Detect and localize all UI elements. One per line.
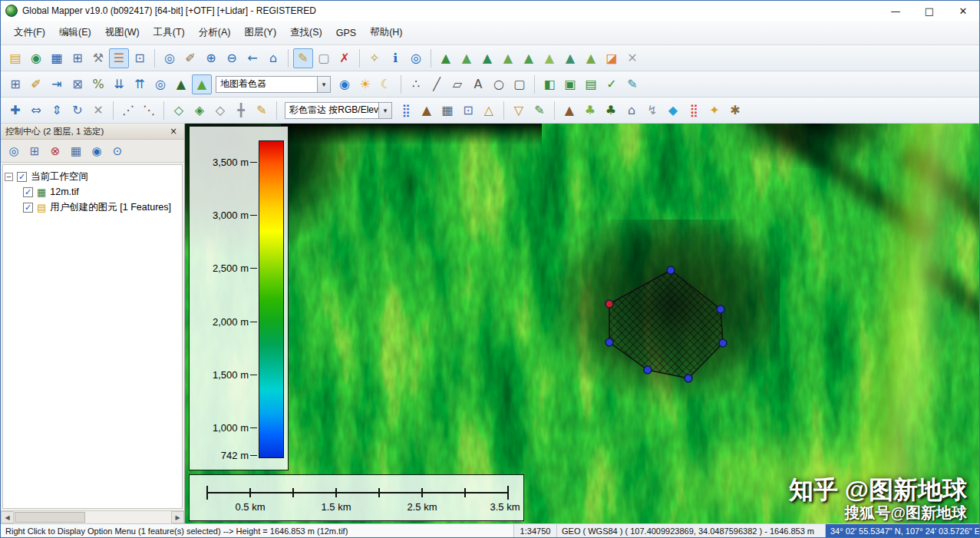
class-building-icon[interactable]: ⌂ (622, 101, 642, 120)
menu-item-3[interactable]: 视图(W) (98, 22, 147, 43)
raster-layer-checkbox[interactable]: ✓ (23, 187, 33, 197)
lidar-filter-icon[interactable]: ▽ (509, 101, 529, 120)
layer-metadata-icon[interactable]: ▦ (67, 142, 85, 160)
zoom-tool-icon[interactable]: ◎ (160, 48, 180, 68)
transparency-icon[interactable]: % (88, 74, 108, 94)
close-button[interactable]: ✕ (949, 2, 978, 20)
crosshair-icon[interactable]: ╋ (231, 101, 251, 120)
menu-item-9[interactable]: 帮助(H) (363, 22, 409, 43)
insert-vertex-icon[interactable]: ⋱ (139, 101, 159, 120)
class-low-veg-icon[interactable]: ♣ (580, 101, 600, 120)
dropdown-arrow-icon[interactable]: ▾ (317, 77, 330, 92)
class-powerline-icon[interactable]: ↯ (642, 101, 662, 120)
save-workspace-icon[interactable]: ▦ (47, 48, 67, 68)
create-area-icon[interactable]: ▱ (447, 74, 467, 94)
shader-hillshade-icon[interactable]: ▲ (171, 74, 191, 94)
class-water-icon[interactable]: ◆ (663, 101, 683, 120)
scroll-right-icon[interactable]: ▶ (171, 511, 184, 523)
class-noise-icon[interactable]: ⣿ (684, 101, 704, 120)
shader-combo[interactable]: 地图着色器▾ (216, 76, 331, 93)
copy-feature-icon[interactable]: ▣ (560, 74, 580, 94)
maximize-button[interactable]: □ (915, 2, 944, 20)
coordinate-measure-icon[interactable]: ✧ (365, 48, 384, 68)
lidar-edit-icon[interactable]: ✎ (530, 101, 549, 120)
create-line-icon[interactable]: ╱ (427, 74, 447, 94)
lidar-draw-mode-combo[interactable]: 彩色雷达 按RGB/Elev▾ (285, 102, 392, 119)
tile-windows-icon[interactable]: ⊞ (5, 74, 25, 94)
find-address-icon[interactable]: ◎ (406, 48, 426, 68)
create-range-ring-icon[interactable]: ○ (489, 74, 509, 94)
lidar-terrain-icon[interactable]: ▲ (417, 101, 437, 120)
lidar-classify-icon[interactable]: △ (479, 101, 499, 120)
watershed-icon[interactable]: ▲ (519, 48, 539, 68)
jump-to-location-icon[interactable]: ◎ (150, 74, 170, 94)
digitize-area-icon[interactable]: ◈ (190, 101, 210, 120)
zoom-previous-icon[interactable]: ← (243, 48, 262, 68)
dropdown-arrow-icon[interactable]: ▾ (378, 103, 391, 118)
class-high-veg-icon[interactable]: ♣ (601, 101, 621, 120)
zoom-to-layer-icon[interactable]: ◉ (87, 142, 106, 160)
create-point-icon[interactable]: ∴ (406, 74, 426, 94)
layer-list-icon[interactable]: ⊞ (25, 142, 44, 160)
lidar-extract-icon[interactable]: ✱ (725, 101, 745, 120)
lidar-points-icon[interactable]: ⣿ (396, 101, 416, 120)
sun-angle-icon[interactable]: ☀ (355, 74, 375, 94)
line-of-sight-icon[interactable]: ▲ (457, 48, 477, 68)
map-catalog-icon[interactable]: ⊡ (130, 48, 150, 68)
fly-through-icon[interactable]: ▲ (560, 48, 580, 68)
class-ground-icon[interactable]: ▲ (559, 101, 579, 120)
edit-vertices-icon[interactable]: ⋰ (118, 101, 138, 120)
lower-layer-icon[interactable]: ⇊ (109, 74, 129, 94)
paste-feature-icon[interactable]: ▤ (581, 74, 601, 94)
lidar-grid-icon[interactable]: ▦ (437, 101, 457, 120)
create-rectangle-icon[interactable]: ▢ (510, 74, 530, 94)
tree-row-vector-layer[interactable]: ✓ ▤ 用户创建的图元 [1 Features] (5, 200, 180, 215)
load-workspace-icon[interactable]: ⇥ (47, 74, 67, 94)
terrain-compare-icon[interactable]: ▲ (581, 48, 601, 68)
panel-close-icon[interactable]: × (167, 126, 180, 137)
menu-item-5[interactable]: 分析(A) (192, 22, 238, 43)
class-model-key-icon[interactable]: ✦ (704, 101, 724, 120)
measure-tool-icon[interactable]: ✐ (180, 48, 200, 68)
layer-search-icon[interactable]: ⊙ (108, 142, 127, 160)
minimize-button[interactable]: — (881, 2, 910, 20)
zoom-in-icon[interactable]: ⊕ (201, 48, 221, 68)
tree-row-workspace[interactable]: − ✓ 当前工作空间 (5, 169, 180, 184)
collapse-icon[interactable]: − (5, 173, 13, 181)
rotate-feature-icon[interactable]: ↻ (68, 101, 87, 120)
projection-globe-icon[interactable]: ◉ (335, 74, 355, 94)
menu-item-8[interactable]: GPS (329, 24, 363, 42)
digitizer-tool-icon[interactable]: ✎ (293, 48, 313, 68)
feature-info-icon[interactable]: ℹ (385, 48, 405, 68)
full-extent-icon[interactable]: ⌂ (263, 48, 283, 68)
lidar-view-icon[interactable]: ⊡ (458, 101, 478, 120)
open-online-data-icon[interactable]: ◉ (26, 48, 46, 68)
cut-and-fill-icon[interactable]: ▲ (539, 48, 559, 68)
menu-item-4[interactable]: 工具(T) (147, 22, 192, 43)
open-file-icon[interactable]: ▤ (5, 48, 25, 68)
stylus-pen-icon[interactable]: ✎ (252, 101, 272, 120)
path-profile-icon[interactable]: ▲ (436, 48, 456, 68)
terrain-raster[interactable] (185, 124, 979, 523)
no-tool-icon[interactable]: ✕ (622, 48, 642, 68)
select-features-icon[interactable]: ▢ (314, 48, 334, 68)
show-3d-view-icon[interactable]: ⊠ (68, 74, 87, 94)
workspace-checkbox[interactable]: ✓ (17, 172, 27, 182)
raise-layer-icon[interactable]: ⇈ (130, 74, 150, 94)
menu-item-7[interactable]: 查找(S) (283, 22, 329, 43)
zoom-out-icon[interactable]: ⊖ (222, 48, 242, 68)
create-contours-icon[interactable]: ▲ (477, 48, 497, 68)
menu-item-1[interactable]: 文件(F) (7, 22, 52, 43)
scroll-thumb[interactable] (15, 512, 85, 523)
menu-item-6[interactable]: 图层(Y) (237, 22, 283, 43)
map-view[interactable]: 3,500 m3,000 m2,500 m2,000 m1,500 m1,000… (185, 124, 979, 523)
edit-attributes-icon[interactable]: ✎ (622, 74, 642, 94)
clear-selection-icon[interactable]: ✗ (335, 48, 355, 68)
create-text-icon[interactable]: A (468, 74, 488, 94)
view-shed-icon[interactable]: ▲ (498, 48, 518, 68)
night-shading-icon[interactable]: ☾ (376, 74, 396, 94)
scroll-left-icon[interactable]: ◀ (1, 511, 14, 523)
close-layer-icon[interactable]: ⊗ (46, 142, 64, 160)
move-feature-icon[interactable]: ◧ (539, 74, 559, 94)
map-eraser-icon[interactable]: ◪ (602, 48, 622, 68)
